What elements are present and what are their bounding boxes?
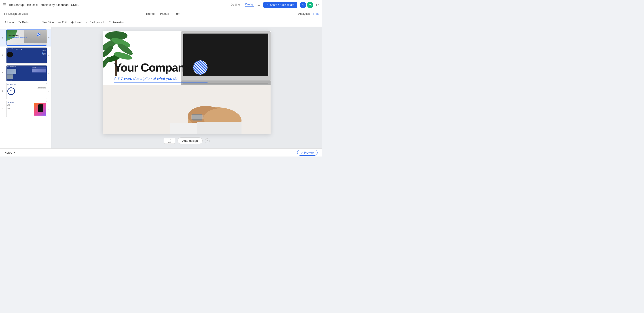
slide-chevron-2: ▾	[48, 54, 50, 57]
avatar-ac: AC	[307, 2, 313, 8]
nav-design[interactable]: Design	[245, 3, 254, 7]
animation-label: Animation	[112, 21, 124, 24]
slide-chevron-4: ▾	[48, 90, 50, 92]
slide-item-5[interactable]: 5 The Product Point 1 Point 2 Point 3 Po…	[0, 100, 51, 118]
new-slide-label: New Slide	[42, 21, 54, 24]
slide-company-name: Your Company	[114, 61, 190, 74]
undo-button[interactable]: ↺ Undo	[4, 20, 14, 24]
help-button[interactable]: Help	[313, 12, 319, 16]
insert-button[interactable]: ⊕ Insert	[71, 20, 82, 24]
slide-number-3: 3	[2, 72, 5, 75]
slide-description: A 5-7 word description of what you do	[114, 76, 208, 82]
animation-icon: ⬚	[108, 20, 111, 24]
redo-button[interactable]: ↻ Redo	[18, 20, 28, 24]
background-button[interactable]: ▱ Background	[86, 20, 104, 24]
menu-icon[interactable]: ☰	[3, 3, 6, 7]
toolbar2-center: Theme Palette Font	[31, 12, 294, 16]
cloud-icon: ☁	[257, 3, 260, 7]
file-menu: File Design Services	[3, 12, 28, 16]
avatar-at: AT	[300, 2, 306, 8]
slide-item-2[interactable]: 2 The Problem & Opportunity Point 1 Poin…	[0, 46, 51, 64]
share-label: Share & Collaborate	[270, 3, 294, 6]
insert-label: Insert	[75, 21, 82, 24]
palette-tab[interactable]: Palette	[160, 12, 169, 16]
new-slide-button[interactable]: ▭ New Slide	[38, 20, 54, 24]
preview-icon: ▷	[301, 151, 303, 154]
undo-icon: ↺	[4, 20, 6, 24]
theme-tab[interactable]: Theme	[146, 12, 154, 16]
slide-chevron-1: ▾	[48, 36, 50, 39]
notes-label: Notes	[4, 151, 12, 154]
slide-item-1[interactable]: 1 Your Company A 5-7 word description of…	[0, 28, 51, 46]
svg-rect-22	[191, 115, 204, 120]
svg-rect-24	[197, 122, 242, 134]
auto-design-help-button[interactable]: ?	[205, 138, 210, 143]
header-right: ☁ ↗ Share & Collaborate AT AC +1 ▾	[257, 2, 319, 8]
notes-left: Notes ▲	[4, 151, 16, 154]
header-nav: Outline Design	[231, 3, 254, 7]
edit-button[interactable]: ✏ Edit	[58, 20, 67, 24]
slides-panel: 1 Your Company A 5-7 word description of…	[0, 27, 52, 148]
avatar-group: AT AC +1 ▾	[300, 2, 319, 8]
design-services-menu-item[interactable]: Design Services	[8, 12, 28, 16]
animation-button[interactable]: ⬚ Animation	[108, 20, 124, 24]
file-menu-item[interactable]: File	[3, 12, 7, 16]
canvas-area: Your Company A 5-7 word description of w…	[52, 27, 322, 148]
background-label: Background	[90, 21, 104, 24]
toolbar2: File Design Services Theme Palette Font …	[0, 10, 322, 18]
analytics-button[interactable]: Analytics	[298, 12, 310, 16]
slide-thumb-4: The Market Size TAM List one, two or thr…	[6, 83, 47, 99]
preview-button[interactable]: ▷ Preview	[297, 150, 318, 156]
avatar-count: +1	[314, 3, 317, 6]
slide-number-4: 4	[2, 90, 5, 92]
main-content: 1 Your Company A 5-7 word description of…	[0, 27, 322, 148]
share-icon: ↗	[266, 3, 268, 6]
chevron-down-icon[interactable]: ▾	[318, 4, 319, 6]
slide-chevron-5: ▾	[48, 108, 50, 110]
slide-thumb-1: Your Company A 5-7 word description of w…	[6, 30, 47, 46]
auto-design-bar: ⬚ Off Auto-design ?	[164, 138, 210, 144]
preview-label: Preview	[304, 151, 314, 154]
edit-icon: ✏	[58, 20, 61, 24]
header: ☰ The Startup Pitch Deck Template by Sli…	[0, 0, 322, 10]
slide-item-4[interactable]: 4 The Market Size TAM List one, two or t…	[0, 82, 51, 100]
insert-icon: ⊕	[71, 20, 74, 24]
slide-thumb-5: The Product Point 1 Point 2 Point 3 Poin…	[6, 101, 47, 117]
auto-design-off-label: Off	[168, 141, 171, 144]
auto-design-toggle[interactable]: ⬚ Off	[164, 138, 175, 144]
slide-item-3[interactable]: 3 Who we are serving ship scale Point 1 …	[0, 64, 51, 82]
slide-thumb-2: The Problem & Opportunity Point 1 Point …	[6, 48, 47, 64]
edit-toolbar: ↺ Undo ↻ Redo ▭ New Slide ✏ Edit ⊕ Inser…	[0, 18, 322, 27]
app-title: The Startup Pitch Deck Template by Slide…	[8, 3, 228, 6]
notes-chevron-icon[interactable]: ▲	[14, 151, 16, 154]
slide-number-2: 2	[2, 54, 5, 57]
redo-label: Redo	[22, 21, 28, 24]
notes-bar: Notes ▲ ▷ Preview	[0, 148, 322, 156]
new-slide-icon: ▭	[38, 20, 40, 24]
slide-thumb-3: Who we are serving ship scale Point 1 Po…	[6, 65, 47, 82]
background-icon: ▱	[86, 20, 88, 24]
toolbar2-right: Analytics Help	[298, 12, 319, 16]
redo-icon: ↻	[18, 20, 21, 24]
slide-canvas[interactable]: Your Company A 5-7 word description of w…	[103, 31, 270, 134]
auto-design-button[interactable]: Auto-design	[178, 138, 202, 144]
undo-label: Undo	[8, 21, 14, 24]
toolbar-divider-1	[33, 20, 33, 24]
slide-number-1: 1	[2, 36, 5, 39]
svg-rect-12	[183, 83, 268, 84]
auto-design-icon: ⬚	[168, 138, 171, 141]
edit-label: Edit	[62, 21, 67, 24]
share-button[interactable]: ↗ Share & Collaborate	[263, 2, 297, 8]
font-tab[interactable]: Font	[174, 12, 180, 16]
slide-number-5: 5	[2, 108, 5, 110]
slide-chevron-3: ▾	[48, 72, 50, 75]
nav-outline[interactable]: Outline	[231, 3, 240, 7]
